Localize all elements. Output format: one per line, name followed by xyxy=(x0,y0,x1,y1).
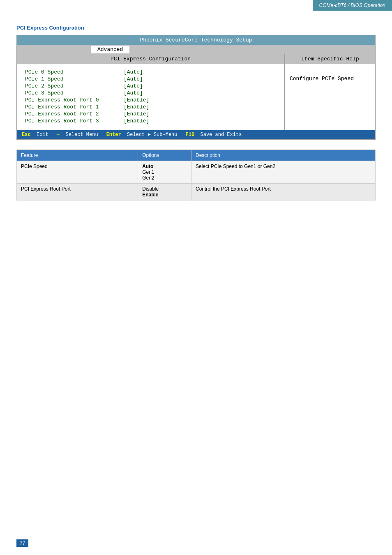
bios-status-bar: Esc Exit ↔ Select Menu Enter Select ► Su… xyxy=(17,130,375,139)
status-select-menu: ↔ Select Menu xyxy=(57,132,98,138)
table-option: Disable xyxy=(142,186,187,192)
status-esc: Esc Exit xyxy=(22,132,48,138)
bios-setting-row: PCI Express Root Port 3[Enable] xyxy=(25,118,276,124)
key-arrow: ↔ xyxy=(57,132,60,138)
table-cell-description: Select PCIe Speed to Gen1 or Gen2 xyxy=(191,161,375,184)
bios-setting-label: PCI Express Root Port 0 xyxy=(25,97,124,103)
bios-right-panel-header: Item Specific Help xyxy=(285,54,375,64)
bios-setting-label: PCI Express Root Port 1 xyxy=(25,104,124,110)
page-number: 77 xyxy=(16,539,28,547)
section-title: PCI Express Configuration xyxy=(16,25,376,31)
bios-setting-label: PCI Express Root Port 3 xyxy=(25,118,124,124)
bios-setting-row: PCI Express Root Port 2[Enable] xyxy=(25,111,276,117)
bios-setting-value: [Enable] xyxy=(124,97,149,103)
bios-setting-value: [Enable] xyxy=(124,104,149,110)
status-f10: F10 Save and Exits xyxy=(186,132,242,138)
bios-title-bar: Phoenix SecureCore Technology Setup xyxy=(17,35,375,45)
bios-setting-row: PCIe 0 Speed[Auto] xyxy=(25,69,276,75)
options-table: Feature Options Description PCIe SpeedAu… xyxy=(16,150,376,200)
table-header-feature: Feature xyxy=(17,150,138,161)
bios-setting-row: PCIe 1 Speed[Auto] xyxy=(25,76,276,82)
bios-right-panel: Configure PCIe Speed xyxy=(285,64,375,85)
table-cell-feature: PCI Express Root Port xyxy=(17,184,138,200)
table-cell-feature: PCIe Speed xyxy=(17,161,138,184)
bios-active-tab[interactable]: Advanced xyxy=(91,46,129,53)
bios-settings: PCIe 0 Speed[Auto]PCIe 1 Speed[Auto]PCIe… xyxy=(17,64,284,130)
table-row: PCI Express Root PortDisableEnableContro… xyxy=(17,184,376,200)
table-option: Enable xyxy=(142,192,187,198)
table-cell-options: DisableEnable xyxy=(138,184,191,200)
bios-help-text: Configure PCIe Speed xyxy=(290,76,370,82)
bios-setting-value: [Enable] xyxy=(124,118,149,124)
bios-setting-row: PCI Express Root Port 1[Enable] xyxy=(25,104,276,110)
bios-setting-row: PCI Express Root Port 0[Enable] xyxy=(25,97,276,103)
bios-body-row: PCI Express Configuration PCIe 0 Speed[A… xyxy=(17,54,375,130)
table-option: Gen2 xyxy=(142,175,187,181)
table-option: Gen1 xyxy=(142,169,187,175)
bios-setting-row: PCIe 3 Speed[Auto] xyxy=(25,90,276,96)
bios-setting-value: [Enable] xyxy=(124,111,149,117)
bios-setting-value: [Auto] xyxy=(124,69,143,75)
bios-setting-label: PCIe 2 Speed xyxy=(25,83,124,89)
bios-setting-value: [Auto] xyxy=(124,83,143,89)
bios-setting-value: [Auto] xyxy=(124,76,143,82)
table-option: Auto xyxy=(142,164,187,169)
key-f10: F10 xyxy=(186,132,195,138)
table-row: PCIe SpeedAutoGen1Gen2Select PCIe Speed … xyxy=(17,161,376,184)
table-header-options: Options xyxy=(138,150,191,161)
table-cell-description: Control the PCI Express Root Port xyxy=(191,184,375,200)
bios-setting-label: PCI Express Root Port 2 xyxy=(25,111,124,117)
page-header: COMe-cBT6 / BIOS Operation xyxy=(313,0,392,11)
key-enter: Enter xyxy=(106,132,121,138)
bios-setting-label: PCIe 3 Speed xyxy=(25,90,124,96)
status-enter: Enter Select ► Sub-Menu xyxy=(106,132,178,138)
bios-screen: Phoenix SecureCore Technology Setup Adva… xyxy=(16,35,376,140)
key-esc: Esc xyxy=(22,132,31,138)
bios-setting-label: PCIe 1 Speed xyxy=(25,76,124,82)
table-cell-options: AutoGen1Gen2 xyxy=(138,161,191,184)
bios-setting-value: [Auto] xyxy=(124,90,143,96)
table-header-description: Description xyxy=(191,150,375,161)
bios-left-panel-header: PCI Express Configuration xyxy=(17,54,284,64)
bios-menu-bar: Advanced xyxy=(17,45,375,54)
bios-setting-label: PCIe 0 Speed xyxy=(25,69,124,75)
bios-setting-row: PCIe 2 Speed[Auto] xyxy=(25,83,276,89)
